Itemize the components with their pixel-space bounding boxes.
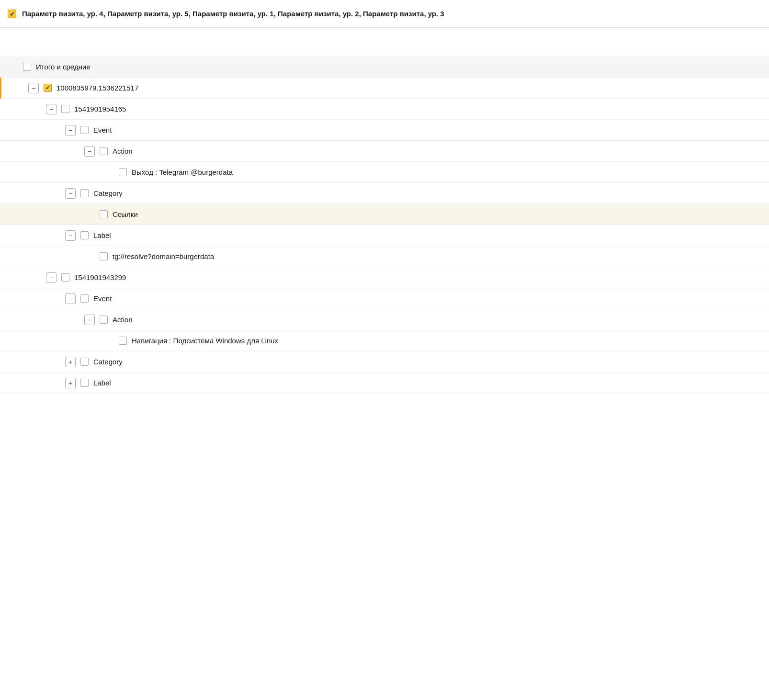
- row-checkbox[interactable]: [80, 294, 89, 303]
- row-label: 1000835979.1536221517: [57, 84, 138, 92]
- tree-row: Event: [0, 288, 769, 309]
- tree-row: 1541901943299: [0, 267, 769, 288]
- row-label: Итого и средние: [36, 63, 90, 71]
- expand-btn[interactable]: [65, 294, 76, 304]
- row-label: Action: [113, 147, 133, 155]
- row-label: Навигация : Подсистема Windows для Linux: [132, 337, 278, 345]
- tree-row: Ссылки: [0, 204, 769, 225]
- row-label: Category: [93, 358, 123, 366]
- row-label: Event: [93, 294, 112, 303]
- row-checkbox[interactable]: [23, 63, 31, 71]
- row-checkbox-checked[interactable]: [44, 84, 52, 92]
- row-checkbox[interactable]: [100, 316, 108, 324]
- row-checkbox[interactable]: [80, 358, 89, 366]
- tree-row: Выход : Telegram @burgerdata: [0, 162, 769, 183]
- header-title: Параметр визита, ур. 4, Параметр визита,…: [22, 9, 444, 19]
- header-row: Параметр визита, ур. 4, Параметр визита,…: [0, 0, 769, 28]
- tree-container: Итого и средние1000835979.15362215171541…: [0, 56, 769, 394]
- tree-row: Action: [0, 141, 769, 162]
- expand-btn[interactable]: [65, 357, 76, 367]
- tree-row: Event: [0, 120, 769, 141]
- tree-row: Навигация : Подсистема Windows для Linux: [0, 330, 769, 351]
- expand-btn[interactable]: [65, 125, 76, 135]
- row-checkbox[interactable]: [61, 273, 69, 282]
- expand-btn[interactable]: [28, 83, 39, 93]
- row-checkbox[interactable]: [61, 105, 69, 113]
- expand-btn[interactable]: [84, 315, 95, 325]
- expand-btn[interactable]: [65, 188, 76, 199]
- tree-row: Category: [0, 351, 769, 373]
- row-checkbox[interactable]: [80, 231, 89, 239]
- row-label: Ссылки: [113, 210, 138, 218]
- tree-row: Label: [0, 373, 769, 394]
- row-label: Category: [93, 189, 123, 197]
- tree-row: 1541901954165: [0, 99, 769, 120]
- expand-btn[interactable]: [65, 378, 76, 388]
- row-checkbox[interactable]: [119, 168, 127, 176]
- expand-btn[interactable]: [46, 104, 57, 114]
- expand-btn[interactable]: [46, 272, 57, 283]
- spacer: [0, 28, 769, 56]
- row-label: Label: [93, 379, 111, 387]
- row-label: Выход : Telegram @burgerdata: [132, 168, 233, 176]
- expand-btn[interactable]: [84, 146, 95, 157]
- row-label: Action: [113, 316, 133, 324]
- header-checkbox[interactable]: [8, 10, 16, 18]
- row-checkbox[interactable]: [100, 147, 108, 155]
- row-checkbox[interactable]: [100, 210, 108, 218]
- tree-row: Label: [0, 225, 769, 246]
- row-checkbox[interactable]: [100, 252, 108, 260]
- row-checkbox[interactable]: [80, 379, 89, 387]
- row-checkbox[interactable]: [80, 189, 89, 197]
- tree-row: Category: [0, 183, 769, 204]
- expand-btn[interactable]: [65, 230, 76, 241]
- row-label: Event: [93, 126, 112, 134]
- row-label: tg://resolve?domain=burgerdata: [113, 252, 214, 260]
- tree-row: 1000835979.1536221517: [0, 78, 769, 99]
- row-label: 1541901943299: [74, 273, 126, 282]
- row-checkbox[interactable]: [119, 337, 127, 345]
- tree-row: Action: [0, 309, 769, 330]
- tree-row: tg://resolve?domain=burgerdata: [0, 246, 769, 267]
- row-checkbox[interactable]: [80, 126, 89, 134]
- tree-row: Итого и средние: [0, 56, 769, 78]
- row-label: 1541901954165: [74, 105, 126, 113]
- row-label: Label: [93, 231, 111, 239]
